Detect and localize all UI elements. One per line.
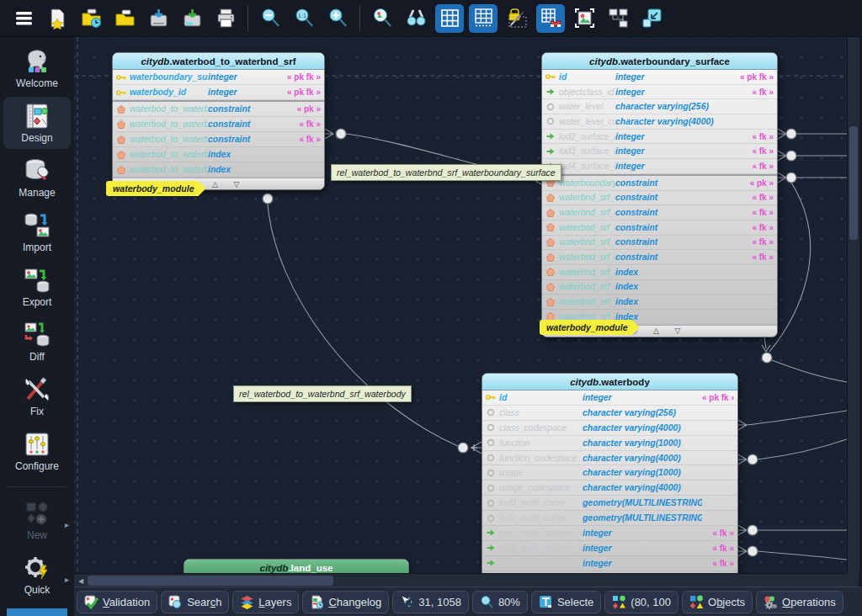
column-row[interactable]: lod1_solid_idinteger« fk » [482,556,737,571]
sidebar-item-welcome[interactable]: Welcome [3,42,71,94]
snap-to-grid-icon[interactable] [536,4,565,33]
column-row[interactable]: usage_codespacecharacter varying(4000) [482,481,737,496]
constraints-section: waterboundary_surface_pkconstraint« pk »… [542,174,777,325]
column-row[interactable]: functioncharacter varying(1000) [482,436,737,451]
column-row[interactable]: lod1_multi_curvegeometry(MULTILINESTRING… [482,511,737,526]
column-row[interactable]: lod0_multi_surface_idinteger« fk » [482,526,737,541]
sidebar-item-import[interactable]: Import [3,206,71,258]
export-icon [23,266,51,295]
column-name: waterbod_to_waterbnd_fkx1 [130,165,208,174]
model-overview-icon[interactable] [604,4,632,33]
column-tag: « pk fk » [702,393,734,402]
attribute-icon [486,499,499,507]
constraint-row[interactable]: waterbnd_srf_objclass_fkxindex [542,265,777,280]
horizontal-scrollbar-thumb[interactable] [88,576,333,586]
table-header[interactable]: citydb.land_use [184,560,408,573]
constraint-row[interactable]: waterbnd_srf_lod2srf_fkconstraint« fk » [542,220,777,236]
export-image-icon[interactable] [570,4,599,33]
table-header[interactable]: citydb.waterbody [482,374,737,390]
column-row[interactable]: lod0_multi_curvegeometry(MULTILINESTRING… [482,496,737,511]
constraint-icon [545,283,559,291]
vertical-scrollbar[interactable] [847,37,859,573]
print-model-icon[interactable] [211,4,240,33]
table-land-use[interactable]: citydb.land_use [184,559,409,573]
horizontal-scrollbar[interactable]: ◀ ▶ [74,573,859,587]
constraint-row[interactable]: waterbnd_srf_objclass_fkconstraint« fk » [542,205,777,220]
column-row[interactable]: idinteger« pk fk » [542,70,777,85]
table-header[interactable]: citydb.waterboundary_surface [542,53,777,70]
relationship-label[interactable]: rel_waterbod_to_waterbnd_srf_waterbody [233,385,412,402]
search-button[interactable]: Search [161,591,229,613]
horizontal-scrollbar-track[interactable] [88,574,845,587]
sidebar-item-manage[interactable]: Manage [3,151,71,204]
tag-waterbody-module[interactable]: waterbody_module [540,320,640,335]
zoom-original-icon[interactable]: 1:1 [290,4,318,33]
column-row[interactable]: waterbody_idinteger« pk fk » [113,85,324,100]
layers-button[interactable]: Layers [232,591,299,613]
column-tag: « fk » [738,162,774,171]
constraint-row[interactable]: waterbnd_srf_lod3srf_fkxindex [542,295,777,310]
constraint-row[interactable]: waterbnd_srf_lod4srf_fkconstraint« fk » [542,250,777,265]
table-waterboundary-surface[interactable]: citydb.waterboundary_surfaceidinteger« p… [541,52,778,337]
column-type: integer [615,146,738,156]
operations-button[interactable]: Operations [756,591,843,613]
column-row[interactable]: objectclass_idinteger« fk » [542,85,777,100]
changelog-button[interactable]: Changelog [302,591,389,613]
sidebar-item-export[interactable]: Export [3,261,71,313]
table-header[interactable]: citydb.waterbod_to_waterbnd_srf [113,53,324,70]
table-waterbod-to-waterbnd-srf[interactable]: citydb.waterbod_to_waterbnd_srfwaterboun… [112,52,325,190]
sidebar-item-diff[interactable]: Diff [3,316,71,368]
column-row[interactable]: classcharacter varying(256) [482,406,737,421]
vertical-scrollbar-thumb[interactable] [849,126,858,240]
find-objects-icon[interactable] [402,4,430,33]
zoom-out-icon[interactable] [256,4,285,33]
save-model-icon[interactable] [144,4,173,33]
open-recent-icon[interactable] [77,4,105,33]
constraint-row[interactable]: waterbod_to_waterbnd_pkconstraint« pk » [113,102,324,117]
main-menu-icon[interactable] [9,4,38,33]
zoom-in-icon[interactable] [323,4,352,33]
fit-zoom-icon[interactable] [368,4,396,33]
relationship-label[interactable]: rel_waterbod_to_waterbnd_srf_waterbounda… [331,164,561,181]
page-delimiters-icon[interactable] [469,4,498,33]
constraint-row[interactable]: waterbod_to_waterbnd_fkconstraint« fk » [113,117,324,132]
new-model-icon[interactable] [43,4,72,33]
column-row[interactable]: lod4_surface_idinteger« fk » [542,159,777,174]
column-row[interactable]: idinteger« pk fk » [482,390,737,406]
constraint-row[interactable]: waterbod_to_waterbnd_fkx1index [113,162,324,178]
sidebar-item-quick[interactable]: Quick ▸ [3,549,71,601]
column-row[interactable]: usagecharacter varying(1000) [482,465,737,481]
constraint-row[interactable]: waterbod_to_waterbnd_fkxindex [113,147,324,162]
validation-button[interactable]: Validation [77,591,157,613]
constraint-row[interactable]: waterbnd_srf_lod3srf_fkconstraint« fk » [542,236,777,251]
column-tag: « fk » [702,528,734,538]
column-row[interactable]: lod2_surface_idinteger« fk » [542,130,777,145]
sidebar-item-fix[interactable]: Fix [3,370,71,422]
sidebar-item-new[interactable]: New ▸ [3,494,71,546]
sidebar-item-design[interactable]: Design [3,97,71,149]
save-model-as-icon[interactable] [178,4,206,33]
column-row[interactable]: water_levelcharacter varying(256) [542,99,777,114]
column-row[interactable]: function_codespacecharacter varying(4000… [482,451,737,466]
column-row[interactable]: class_codespacecharacter varying(4000) [482,421,737,436]
column-row[interactable]: lod1_multi_surface_idinteger« fk » [482,541,737,556]
column-row[interactable]: waterboundary_surface_idinteger« pk fk » [113,70,324,85]
sidebar-item-configure[interactable]: Configure [3,425,71,477]
design-canvas[interactable]: citydb.waterbod_to_waterbnd_srfwaterboun… [74,37,847,573]
show-grid-icon[interactable] [435,4,464,33]
text-object-icon [539,595,553,609]
column-row[interactable]: lod3_surface_idinteger« fk » [542,144,777,159]
objects-button[interactable]: Objects [682,591,753,613]
readonly-edit-icon[interactable] [503,4,531,33]
column-row[interactable]: water_level_codespacecharacter varying(4… [542,114,777,130]
open-model-icon[interactable] [110,4,139,33]
constraint-row[interactable]: waterbnd_srf_lod2srf_fkxindex [542,280,777,295]
table-waterbody[interactable]: citydb.waterbodyidinteger« pk fk »classc… [482,373,738,573]
compact-view-icon[interactable] [637,4,666,33]
scroll-left-icon[interactable]: ◀ [74,577,88,585]
constraint-row[interactable]: waterbnd_srf_cityobject_fkconstraint« fk… [542,191,777,206]
tag-waterbody-module[interactable]: waterbody_module [106,181,206,196]
constraint-row[interactable]: waterboundary_surface_pkconstraint« pk » [542,176,777,191]
constraint-row[interactable]: waterbod_to_waterbnd_fk1constraint« fk » [113,132,324,147]
column-name: waterbnd_srf_objclass_fkx [559,268,615,277]
